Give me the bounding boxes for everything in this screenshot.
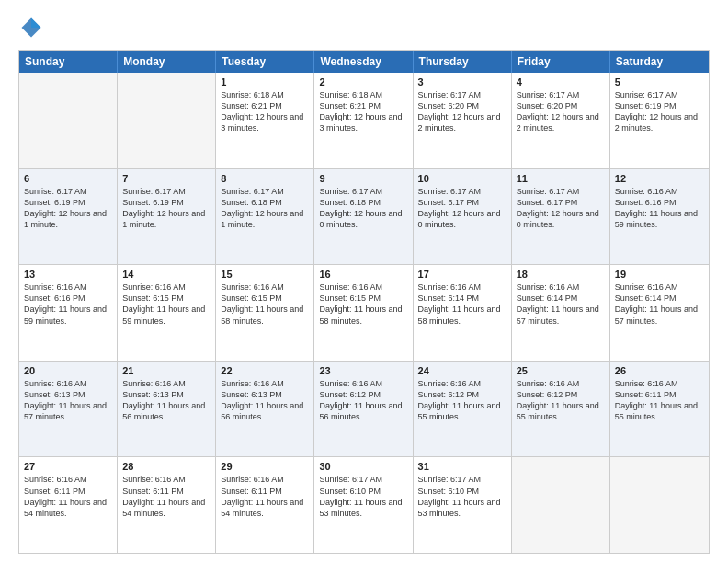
logo-icon <box>18 15 44 40</box>
day-info: Sunrise: 6:18 AM Sunset: 6:21 PM Dayligh… <box>319 89 407 134</box>
day-number: 20 <box>24 365 112 376</box>
day-info: Sunrise: 6:16 AM Sunset: 6:11 PM Dayligh… <box>24 474 112 519</box>
calendar-row: 20Sunrise: 6:16 AM Sunset: 6:13 PM Dayli… <box>19 362 709 458</box>
calendar-day-header: Sunday <box>19 51 118 73</box>
day-info: Sunrise: 6:17 AM Sunset: 6:18 PM Dayligh… <box>221 186 309 231</box>
calendar-day-header: Monday <box>118 51 216 73</box>
calendar-row: 13Sunrise: 6:16 AM Sunset: 6:16 PM Dayli… <box>19 265 709 362</box>
calendar-cell: 18Sunrise: 6:16 AM Sunset: 6:14 PM Dayli… <box>512 265 610 361</box>
calendar-cell: 17Sunrise: 6:16 AM Sunset: 6:14 PM Dayli… <box>414 265 512 361</box>
day-number: 29 <box>221 461 309 472</box>
day-number: 14 <box>122 269 210 280</box>
day-info: Sunrise: 6:16 AM Sunset: 6:16 PM Dayligh… <box>24 282 112 327</box>
day-info: Sunrise: 6:17 AM Sunset: 6:18 PM Dayligh… <box>319 186 407 231</box>
day-number: 26 <box>615 365 704 376</box>
day-info: Sunrise: 6:17 AM Sunset: 6:10 PM Dayligh… <box>418 474 506 519</box>
calendar-row: 1Sunrise: 6:18 AM Sunset: 6:21 PM Daylig… <box>19 73 709 169</box>
calendar-day-header: Wednesday <box>314 51 413 73</box>
day-number: 22 <box>221 365 309 376</box>
day-number: 19 <box>615 269 704 280</box>
calendar-cell: 23Sunrise: 6:16 AM Sunset: 6:12 PM Dayli… <box>314 362 413 457</box>
day-number: 10 <box>418 173 506 184</box>
calendar-cell: 14Sunrise: 6:16 AM Sunset: 6:15 PM Dayli… <box>118 265 216 361</box>
calendar-cell: 5Sunrise: 6:17 AM Sunset: 6:19 PM Daylig… <box>610 73 709 168</box>
calendar-cell: 21Sunrise: 6:16 AM Sunset: 6:13 PM Dayli… <box>118 362 216 457</box>
day-number: 17 <box>418 269 506 280</box>
calendar-cell: 27Sunrise: 6:16 AM Sunset: 6:11 PM Dayli… <box>19 457 118 553</box>
day-info: Sunrise: 6:17 AM Sunset: 6:10 PM Dayligh… <box>319 474 407 519</box>
day-number: 23 <box>319 365 407 376</box>
calendar-day-header: Tuesday <box>216 51 314 73</box>
day-number: 30 <box>319 461 407 472</box>
calendar-cell: 16Sunrise: 6:16 AM Sunset: 6:15 PM Dayli… <box>314 265 413 361</box>
day-number: 25 <box>517 365 605 376</box>
calendar-cell: 1Sunrise: 6:18 AM Sunset: 6:21 PM Daylig… <box>216 73 314 168</box>
day-info: Sunrise: 6:16 AM Sunset: 6:15 PM Dayligh… <box>122 282 210 327</box>
day-number: 6 <box>24 173 112 184</box>
day-number: 27 <box>24 461 112 472</box>
calendar-day-header: Friday <box>512 51 610 73</box>
calendar-cell: 15Sunrise: 6:16 AM Sunset: 6:15 PM Dayli… <box>216 265 314 361</box>
day-number: 12 <box>615 173 704 184</box>
calendar-cell: 8Sunrise: 6:17 AM Sunset: 6:18 PM Daylig… <box>216 169 314 265</box>
day-number: 15 <box>221 269 309 280</box>
day-number: 13 <box>24 269 112 280</box>
day-number: 16 <box>319 269 407 280</box>
calendar: SundayMondayTuesdayWednesdayThursdayFrid… <box>18 50 710 554</box>
day-number: 5 <box>615 76 704 87</box>
day-info: Sunrise: 6:16 AM Sunset: 6:13 PM Dayligh… <box>221 378 309 423</box>
calendar-body: 1Sunrise: 6:18 AM Sunset: 6:21 PM Daylig… <box>19 73 709 553</box>
calendar-cell: 10Sunrise: 6:17 AM Sunset: 6:17 PM Dayli… <box>414 169 512 265</box>
calendar-cell <box>512 457 610 553</box>
calendar-cell: 29Sunrise: 6:16 AM Sunset: 6:11 PM Dayli… <box>216 457 314 553</box>
calendar-cell: 28Sunrise: 6:16 AM Sunset: 6:11 PM Dayli… <box>118 457 216 553</box>
day-number: 31 <box>418 461 506 472</box>
calendar-cell: 20Sunrise: 6:16 AM Sunset: 6:13 PM Dayli… <box>19 362 118 457</box>
day-info: Sunrise: 6:16 AM Sunset: 6:11 PM Dayligh… <box>221 474 309 519</box>
day-info: Sunrise: 6:17 AM Sunset: 6:20 PM Dayligh… <box>418 89 506 134</box>
calendar-cell: 22Sunrise: 6:16 AM Sunset: 6:13 PM Dayli… <box>216 362 314 457</box>
day-info: Sunrise: 6:18 AM Sunset: 6:21 PM Dayligh… <box>221 89 309 134</box>
calendar-cell: 25Sunrise: 6:16 AM Sunset: 6:12 PM Dayli… <box>512 362 610 457</box>
day-number: 7 <box>122 173 210 184</box>
calendar-cell <box>19 73 118 168</box>
calendar-cell: 12Sunrise: 6:16 AM Sunset: 6:16 PM Dayli… <box>610 169 709 265</box>
calendar-cell: 9Sunrise: 6:17 AM Sunset: 6:18 PM Daylig… <box>314 169 413 265</box>
calendar-cell: 2Sunrise: 6:18 AM Sunset: 6:21 PM Daylig… <box>314 73 413 168</box>
day-number: 18 <box>517 269 605 280</box>
day-info: Sunrise: 6:17 AM Sunset: 6:20 PM Dayligh… <box>517 89 605 134</box>
day-number: 28 <box>122 461 210 472</box>
calendar-cell: 4Sunrise: 6:17 AM Sunset: 6:20 PM Daylig… <box>512 73 610 168</box>
day-number: 9 <box>319 173 407 184</box>
day-number: 21 <box>122 365 210 376</box>
calendar-cell <box>118 73 216 168</box>
day-info: Sunrise: 6:16 AM Sunset: 6:14 PM Dayligh… <box>418 282 506 327</box>
day-info: Sunrise: 6:16 AM Sunset: 6:11 PM Dayligh… <box>615 378 704 423</box>
day-info: Sunrise: 6:17 AM Sunset: 6:17 PM Dayligh… <box>418 186 506 231</box>
calendar-cell <box>610 457 709 553</box>
day-info: Sunrise: 6:16 AM Sunset: 6:14 PM Dayligh… <box>615 282 704 327</box>
calendar-cell: 11Sunrise: 6:17 AM Sunset: 6:17 PM Dayli… <box>512 169 610 265</box>
calendar-cell: 26Sunrise: 6:16 AM Sunset: 6:11 PM Dayli… <box>610 362 709 457</box>
calendar-cell: 30Sunrise: 6:17 AM Sunset: 6:10 PM Dayli… <box>314 457 413 553</box>
calendar-day-header: Saturday <box>610 51 709 73</box>
day-info: Sunrise: 6:16 AM Sunset: 6:15 PM Dayligh… <box>221 282 309 327</box>
calendar-cell: 7Sunrise: 6:17 AM Sunset: 6:19 PM Daylig… <box>118 169 216 265</box>
day-number: 4 <box>517 76 605 87</box>
day-number: 2 <box>319 76 407 87</box>
day-number: 24 <box>418 365 506 376</box>
page: SundayMondayTuesdayWednesdayThursdayFrid… <box>0 0 728 563</box>
day-info: Sunrise: 6:16 AM Sunset: 6:12 PM Dayligh… <box>517 378 605 423</box>
calendar-cell: 24Sunrise: 6:16 AM Sunset: 6:12 PM Dayli… <box>414 362 512 457</box>
calendar-row: 27Sunrise: 6:16 AM Sunset: 6:11 PM Dayli… <box>19 457 709 553</box>
day-info: Sunrise: 6:17 AM Sunset: 6:19 PM Dayligh… <box>122 186 210 231</box>
day-number: 1 <box>221 76 309 87</box>
day-info: Sunrise: 6:17 AM Sunset: 6:17 PM Dayligh… <box>517 186 605 231</box>
logo <box>18 15 48 40</box>
calendar-row: 6Sunrise: 6:17 AM Sunset: 6:19 PM Daylig… <box>19 169 709 266</box>
calendar-day-header: Thursday <box>414 51 512 73</box>
day-info: Sunrise: 6:16 AM Sunset: 6:13 PM Dayligh… <box>24 378 112 423</box>
header <box>18 15 710 40</box>
day-number: 3 <box>418 76 506 87</box>
day-info: Sunrise: 6:16 AM Sunset: 6:14 PM Dayligh… <box>517 282 605 327</box>
